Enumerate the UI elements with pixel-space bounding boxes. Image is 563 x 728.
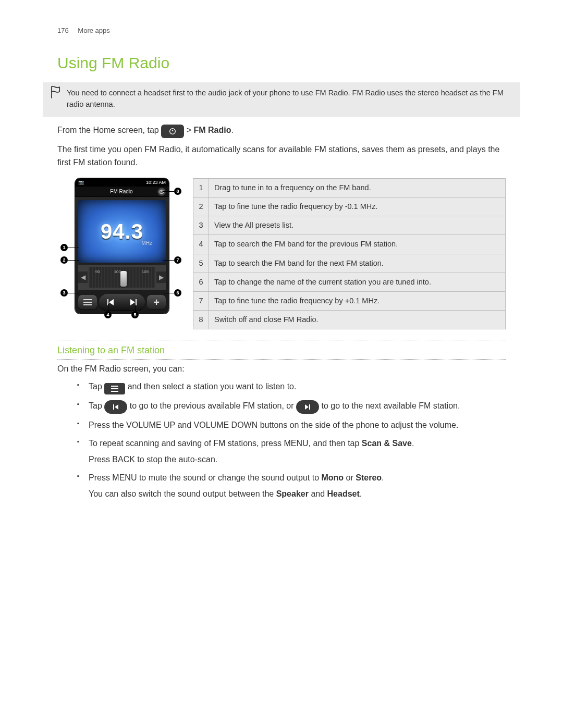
- callout-6: 6: [174, 289, 181, 297]
- callout-7: 7: [174, 256, 181, 264]
- previous-station-icon: [104, 400, 127, 414]
- page-title: Using FM Radio: [57, 52, 506, 75]
- subsection-intro: On the FM Radio screen, you can:: [57, 363, 506, 376]
- frequency-display: 94.3 MHz: [78, 200, 166, 263]
- svg-rect-6: [309, 404, 310, 410]
- app-title-bar: FM Radio: [75, 187, 169, 197]
- table-row: 7Tap to fine tune the radio frequency by…: [193, 291, 506, 310]
- list-item: Tap to go to the previous available FM s…: [77, 400, 506, 414]
- note-text: You need to connect a headset first to t…: [67, 89, 504, 108]
- status-bar: 📷 10:23 AM: [75, 178, 169, 187]
- requirement-note: You need to connect a headset first to t…: [43, 82, 520, 117]
- next-station-icon: [296, 400, 319, 414]
- callout-8: 8: [174, 188, 181, 195]
- list-item: To repeat scanning and saving of FM stat…: [77, 437, 506, 466]
- power-icon: [157, 188, 166, 196]
- add-rename-icon: +: [147, 295, 166, 310]
- all-apps-icon: [161, 125, 184, 138]
- callout-legend-table: 1Drag to tune in to a frequency on the F…: [193, 178, 506, 329]
- section-divider: [57, 340, 506, 340]
- presets-list-icon: [104, 383, 125, 394]
- tune-right-icon: ▶: [156, 272, 166, 283]
- svg-rect-2: [161, 190, 162, 192]
- list-item: Press the VOLUME UP and VOLUME DOWN butt…: [77, 419, 506, 432]
- page-header: 176 More apps: [57, 26, 506, 36]
- section-name: More apps: [78, 27, 109, 34]
- bullet-list: Tap and then select a station you want t…: [77, 380, 506, 500]
- mhz-label: MHz: [141, 240, 152, 248]
- presets-list-icon: [78, 295, 97, 310]
- callout-1: 1: [60, 244, 68, 251]
- camera-icon: 📷: [78, 179, 84, 186]
- tune-left-icon: ◀: [78, 272, 88, 283]
- previous-station-icon: [99, 294, 122, 311]
- table-row: 1Drag to tune in to a frequency on the F…: [193, 179, 506, 198]
- callout-3: 3: [60, 289, 68, 297]
- frequency-value: 94.3: [101, 216, 143, 246]
- table-row: 2Tap to fine tune the radio frequency by…: [193, 198, 506, 216]
- table-row: 8Switch off and close FM Radio.: [193, 310, 506, 329]
- callout-5: 5: [131, 311, 139, 318]
- svg-rect-4: [136, 299, 137, 305]
- tuning-pointer: [120, 271, 127, 287]
- table-row: 3View the All presets list.: [193, 216, 506, 235]
- figure-row: 📷 10:23 AM FM Radio 94.3 MHz ◀ 100: [57, 178, 506, 329]
- page-number: 176: [57, 27, 69, 34]
- tuning-ruler: 100: [89, 267, 155, 288]
- section-divider: [57, 359, 506, 360]
- phone-frame: 📷 10:23 AM FM Radio 94.3 MHz ◀ 100: [75, 178, 169, 314]
- svg-rect-5: [113, 404, 114, 410]
- intro-line-1: From the Home screen, tap > FM Radio.: [57, 124, 506, 138]
- bullet-supplementary: Press BACK to stop the auto-scan.: [89, 453, 506, 466]
- tuning-dial: ◀ 100 ▶: [78, 265, 166, 290]
- flag-icon: [49, 85, 60, 103]
- callout-4: 4: [104, 311, 112, 318]
- bullet-supplementary: You can also switch the sound output bet…: [89, 488, 506, 501]
- subsection-title: Listening to an FM station: [57, 343, 506, 357]
- intro-line-2: The first time you open FM Radio, it aut…: [57, 143, 506, 169]
- table-row: 5Tap to search the FM band for the next …: [193, 254, 506, 273]
- phone-screenshot: 📷 10:23 AM FM Radio 94.3 MHz ◀ 100: [57, 178, 177, 322]
- status-time: 10:23 AM: [146, 179, 166, 186]
- list-item: Press MENU to mute the sound or change t…: [77, 472, 506, 501]
- app-title: FM Radio: [110, 188, 132, 196]
- callout-2: 2: [60, 256, 68, 264]
- fm-radio-label: FM Radio: [193, 126, 231, 134]
- table-row: 6Tap to change the name of the current s…: [193, 273, 506, 291]
- next-station-icon: [122, 294, 145, 311]
- list-item: Tap and then select a station you want t…: [77, 380, 506, 394]
- bottom-bar: +: [78, 292, 166, 313]
- table-row: 4Tap to search the FM band for the previ…: [193, 235, 506, 254]
